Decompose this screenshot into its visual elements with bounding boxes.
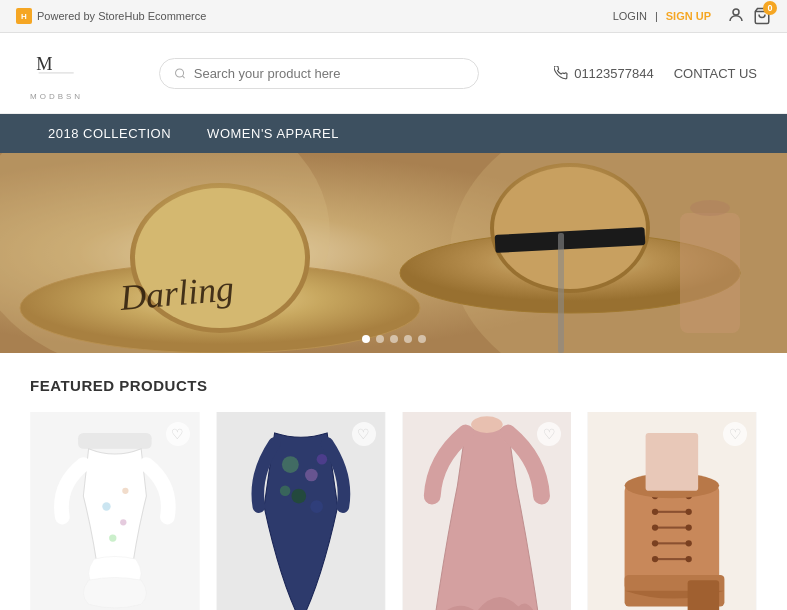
top-icons: 0 bbox=[727, 6, 771, 26]
top-bar-right: LOGIN | SIGN UP 0 bbox=[613, 6, 771, 26]
featured-section: FEATURED PRODUCTS bbox=[0, 353, 787, 610]
svg-point-52 bbox=[652, 556, 658, 562]
logo-subtitle: MODBSN bbox=[30, 92, 83, 101]
logo-text: M bbox=[32, 45, 82, 90]
profile-icon[interactable] bbox=[727, 6, 745, 26]
svg-point-4 bbox=[175, 68, 183, 76]
products-grid: ♡ Ashlyn Embroidered Floral Dress RM59.0… bbox=[30, 412, 757, 610]
hero-banner: Darling bbox=[0, 153, 787, 353]
contact-us-link[interactable]: CONTACT US bbox=[674, 66, 757, 81]
product-card-1[interactable]: ♡ Ashlyn Embroidered Floral Dress RM59.0… bbox=[30, 412, 200, 610]
cart-count: 0 bbox=[763, 1, 777, 15]
svg-point-50 bbox=[652, 540, 658, 546]
svg-point-19 bbox=[690, 200, 730, 216]
search-icon bbox=[174, 67, 186, 80]
svg-point-25 bbox=[122, 488, 128, 494]
logo[interactable]: M MODBSN bbox=[30, 45, 83, 101]
product-image-wrapper-4: ♡ bbox=[587, 412, 757, 610]
svg-point-34 bbox=[471, 416, 503, 433]
dot-2[interactable] bbox=[376, 335, 384, 343]
header: M MODBSN 01123577844 CONTACT US bbox=[0, 33, 787, 114]
svg-point-0 bbox=[733, 9, 739, 15]
svg-point-27 bbox=[282, 456, 299, 473]
storehub-icon: H bbox=[16, 8, 32, 24]
svg-rect-55 bbox=[646, 433, 699, 491]
svg-rect-17 bbox=[558, 233, 564, 353]
svg-point-49 bbox=[686, 524, 692, 530]
search-input[interactable] bbox=[194, 66, 464, 81]
svg-point-48 bbox=[652, 524, 658, 530]
product-card-2[interactable]: ♡ Floral Jacquard Cutout Fit-And-Flare D… bbox=[216, 412, 386, 610]
product-card-3[interactable]: ♡ Ruffled Long-Sleeve Dress RM129.00 bbox=[402, 412, 572, 610]
powered-by-area: H Powered by StoreHub Ecommerce bbox=[16, 8, 206, 24]
svg-point-46 bbox=[652, 509, 658, 515]
svg-point-29 bbox=[291, 489, 306, 504]
svg-rect-38 bbox=[688, 580, 720, 610]
featured-title: FEATURED PRODUCTS bbox=[30, 377, 757, 394]
svg-point-32 bbox=[310, 500, 323, 513]
header-right: 01123577844 CONTACT US bbox=[554, 66, 757, 81]
svg-rect-18 bbox=[680, 213, 740, 333]
product-card-4[interactable]: ♡ Halle Square Toe Suede Booties RM170.0… bbox=[587, 412, 757, 610]
phone-icon bbox=[554, 66, 568, 80]
product-image-wrapper-3: ♡ bbox=[402, 412, 572, 610]
top-bar: H Powered by StoreHub Ecommerce LOGIN | … bbox=[0, 0, 787, 33]
svg-point-15 bbox=[494, 167, 646, 289]
logo-svg: M bbox=[32, 45, 82, 85]
product-image-wrapper-2: ♡ bbox=[216, 412, 386, 610]
cart-wrapper[interactable]: 0 bbox=[753, 7, 771, 25]
wishlist-btn-1[interactable]: ♡ bbox=[166, 422, 190, 446]
dot-3[interactable] bbox=[390, 335, 398, 343]
hero-svg: Darling bbox=[0, 153, 787, 353]
svg-point-47 bbox=[686, 509, 692, 515]
powered-by-text: Powered by StoreHub Ecommerce bbox=[37, 10, 206, 22]
hero-image: Darling bbox=[0, 153, 787, 353]
dot-4[interactable] bbox=[404, 335, 412, 343]
nav-item-collection[interactable]: 2018 COLLECTION bbox=[30, 114, 189, 153]
phone-number: 01123577844 bbox=[574, 66, 654, 81]
svg-point-28 bbox=[305, 469, 318, 482]
hero-dots bbox=[362, 335, 426, 343]
wishlist-btn-4[interactable]: ♡ bbox=[723, 422, 747, 446]
svg-point-31 bbox=[280, 486, 291, 497]
dot-1[interactable] bbox=[362, 335, 370, 343]
nav-bar: 2018 COLLECTION WOMEN'S APPAREL bbox=[0, 114, 787, 153]
svg-text:M: M bbox=[36, 54, 56, 74]
login-link[interactable]: LOGIN bbox=[613, 10, 647, 22]
wishlist-btn-2[interactable]: ♡ bbox=[352, 422, 376, 446]
svg-point-53 bbox=[686, 556, 692, 562]
svg-point-51 bbox=[686, 540, 692, 546]
search-bar[interactable] bbox=[159, 58, 479, 89]
svg-point-22 bbox=[102, 502, 110, 510]
dot-5[interactable] bbox=[418, 335, 426, 343]
product-image-wrapper-1: ♡ bbox=[30, 412, 200, 610]
svg-point-23 bbox=[120, 519, 126, 525]
svg-point-30 bbox=[316, 454, 327, 465]
phone-area: 01123577844 bbox=[554, 66, 654, 81]
svg-rect-21 bbox=[78, 433, 152, 449]
signup-link[interactable]: SIGN UP bbox=[666, 10, 711, 22]
svg-point-24 bbox=[109, 534, 116, 541]
nav-item-apparel[interactable]: WOMEN'S APPAREL bbox=[189, 114, 357, 153]
